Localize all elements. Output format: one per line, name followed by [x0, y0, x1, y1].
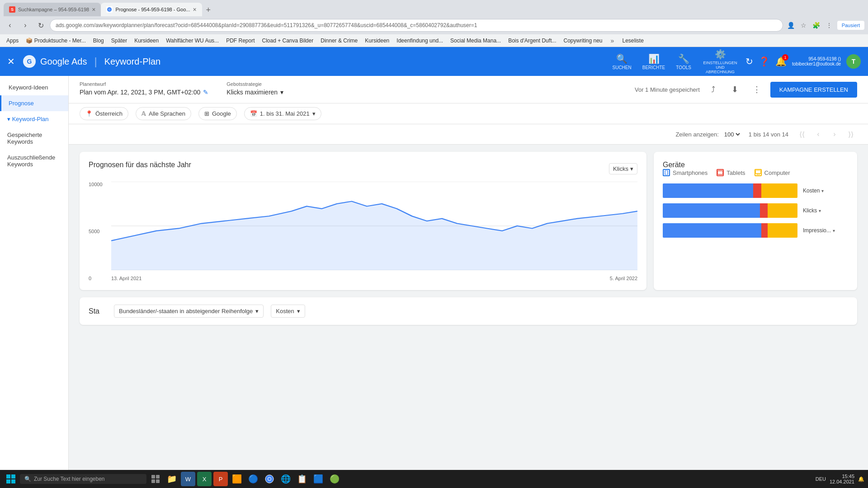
bookmark-12[interactable]: Bois d'Argent Duft... [505, 37, 559, 45]
network-filter[interactable]: ⊞ Google [198, 107, 237, 120]
tab-close-2[interactable]: × [193, 6, 196, 13]
reload-button[interactable]: ↻ [34, 19, 47, 32]
sidebar-item-keyword-ideen[interactable]: Keyword-Ideen [0, 80, 68, 95]
ads-avatar[interactable]: T [846, 54, 861, 69]
nav-einstellungen[interactable]: ⚙️ EINSTELLUNGEN UND ABRECHNUNG [702, 49, 738, 74]
sidebar-item-auszuschliessende[interactable]: Auszuschließende Keywords [0, 150, 68, 172]
taskbar-app-4[interactable]: 🟧 [230, 472, 244, 486]
back-button[interactable]: ‹ [4, 19, 16, 32]
taskbar-app-7[interactable]: 🟦 [311, 472, 326, 486]
taskbar-app-1[interactable]: W [181, 472, 195, 486]
notification-bell[interactable]: 🔔 1 [775, 56, 787, 67]
impressionen-bar-yellow [768, 223, 797, 238]
task-view-button[interactable] [148, 472, 163, 486]
metric-filter-dropdown[interactable]: Kosten ▾ [271, 305, 305, 318]
forward-button[interactable]: › [19, 19, 32, 32]
bookmark-2[interactable]: Blog [90, 37, 107, 45]
kosten-dropdown-arrow: ▾ [821, 188, 824, 193]
bottom-card: Sta Bundesländer/-staaten in absteigende… [80, 297, 857, 325]
ads-plan-title: Keyword-Plan [104, 56, 161, 67]
klicks-bar-yellow [768, 203, 797, 218]
content-area: Planentwurf Plan vom Apr. 12, 2021, 3 PM… [69, 76, 868, 488]
bid-strategy-text: Klicks maximieren [226, 89, 278, 96]
klicks-label-text: Klicks [803, 207, 817, 214]
file-explorer-button[interactable]: 📁 [165, 472, 179, 486]
bookmark-8[interactable]: Dinner & Crime [318, 37, 360, 45]
taskbar-search[interactable]: 🔍 Zur Suche Text hier eingeben [20, 474, 146, 484]
reading-list[interactable]: Leseliste [620, 37, 646, 45]
kosten-label[interactable]: Kosten ▾ [803, 188, 848, 194]
nav-tools[interactable]: 🔧 TOOLS [676, 53, 691, 70]
bookmark-4[interactable]: Kursideen [132, 37, 161, 45]
nav-berichte[interactable]: 📊 BERICHTE [642, 53, 665, 70]
bookmark-9[interactable]: Kursideen [362, 37, 392, 45]
sidebar-item-gespeicherte[interactable]: Gespeicherte Keywords [0, 127, 68, 150]
devices-card: Geräte Smartphones Tablets [654, 152, 857, 290]
bookmark-6[interactable]: PDF Report [223, 37, 257, 45]
bookmarks-more[interactable]: » [607, 35, 618, 46]
bookmark-apps[interactable]: Apps [4, 37, 21, 45]
ads-header: ✕ G Google Ads | Keyword-Plan 🔍 SUCHEN 📊… [0, 47, 868, 76]
nav-suchen[interactable]: 🔍 SUCHEN [612, 53, 631, 70]
menu-icon[interactable]: ⋮ [824, 20, 835, 31]
edit-icon[interactable]: ✎ [203, 89, 208, 96]
kosten-bar-row: Kosten ▾ [663, 183, 848, 198]
taskbar-app-3[interactable]: P [213, 472, 228, 486]
share-button[interactable]: ⤴ [705, 81, 722, 98]
help-icon[interactable]: ❓ [759, 56, 770, 67]
table-pagination: Zeilen anzeigen: 100 50 25 1 bis 14 von … [69, 124, 868, 145]
taskbar-spotify[interactable]: 🟢 [327, 472, 342, 486]
prev-page-button[interactable]: ‹ [812, 128, 825, 141]
bookmark-1[interactable]: 📦 Produktsuche - Mer... [23, 37, 88, 45]
pause-button[interactable]: Pausiert [837, 21, 864, 30]
bookmark-13[interactable]: Copywriting neu [561, 37, 605, 45]
bookmark-5[interactable]: Wahlfächer WU Aus... [163, 37, 222, 45]
svg-rect-15 [6, 479, 10, 483]
impressionen-label[interactable]: Impressio... ▾ [803, 227, 848, 234]
state-filter-dropdown[interactable]: Bundesländer/-staaten in absteigender Re… [114, 305, 264, 318]
tab-1[interactable]: S Suchkampagne – 954-959-6198 × [4, 3, 101, 16]
svg-text:G: G [108, 8, 111, 11]
profile-icon[interactable]: 👤 [786, 20, 797, 31]
bookmark-11-label: Social Media Mana... [450, 38, 501, 44]
next-page-button[interactable]: › [828, 128, 841, 141]
ads-close-button[interactable]: ✕ [7, 56, 15, 67]
bookmark-7[interactable]: Cload + Canva Bilder [259, 37, 316, 45]
sidebar-item-keyword-plan[interactable]: ▾ Keyword-Plan [0, 111, 68, 127]
location-filter[interactable]: 📍 Österreich [80, 107, 128, 120]
tab-close-1[interactable]: × [92, 6, 95, 13]
pagination-info: 1 bis 14 von 14 [749, 131, 788, 138]
download-button[interactable]: ⬇ [727, 81, 743, 98]
language-filter[interactable]: 𝔸 Alle Sprachen [136, 107, 191, 120]
address-bar[interactable]: ads.google.com/aw/keywordplanner/plan/fo… [50, 19, 783, 32]
windows-start-button[interactable] [4, 472, 18, 486]
extension-icon[interactable]: 🧩 [811, 20, 822, 31]
ads-body: Keyword-Ideen Prognose ▾ Keyword-Plan Ge… [0, 76, 868, 488]
kosten-bar [663, 183, 797, 198]
refresh-icon[interactable]: ↻ [745, 56, 753, 67]
chart-metric-dropdown[interactable]: Klicks ▾ [609, 163, 637, 174]
create-campaign-button[interactable]: KAMPAGNE ERSTELLEN [770, 82, 857, 98]
more-options-button[interactable]: ⋮ [749, 81, 765, 98]
first-page-button[interactable]: ⟨⟨ [796, 128, 808, 141]
taskbar-edge[interactable]: 🌐 [278, 472, 293, 486]
taskbar-app-2[interactable]: X [197, 472, 212, 486]
bookmark-10[interactable]: Ideenfindung und... [394, 37, 446, 45]
devices-legend: Smartphones Tablets Comput [663, 169, 848, 176]
last-page-button[interactable]: ⟩⟩ [844, 128, 857, 141]
date-filter[interactable]: 📅 1. bis 31. Mai 2021 ▾ [244, 107, 321, 120]
taskbar-app-5[interactable]: 🔵 [246, 472, 260, 486]
tab-2[interactable]: G Prognose - 954-959-6198 - Goo... × [101, 3, 202, 16]
bid-dropdown-icon[interactable]: ▾ [280, 89, 283, 96]
sidebar-item-prognose[interactable]: Prognose [0, 95, 68, 111]
taskbar-chrome[interactable] [262, 472, 277, 486]
new-tab-button[interactable]: + [202, 4, 215, 16]
notification-area[interactable]: 🔔 [858, 476, 864, 482]
bookmark-3[interactable]: Später [108, 37, 130, 45]
taskbar-app-6[interactable]: 📋 [295, 472, 309, 486]
rows-select[interactable]: 100 50 25 [722, 131, 741, 138]
star-icon[interactable]: ☆ [798, 20, 809, 31]
klicks-label[interactable]: Klicks ▾ [803, 207, 848, 214]
svg-rect-18 [156, 475, 160, 479]
bookmark-11[interactable]: Social Media Mana... [448, 37, 504, 45]
